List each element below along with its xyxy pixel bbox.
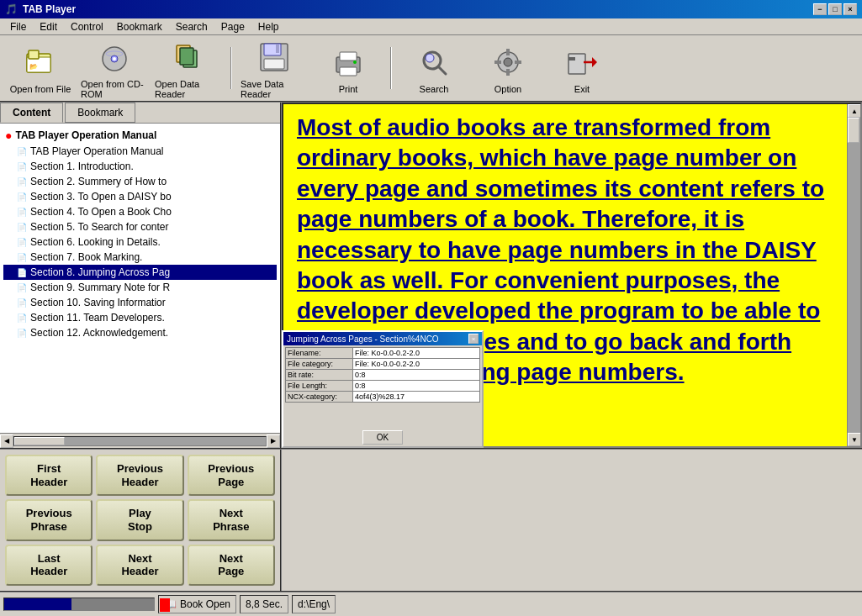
toolbar-open-file[interactable]: 📂 Open from File <box>7 42 74 94</box>
tree-item-3[interactable]: 📄 Section 3. To Open a DAISY bo <box>3 189 277 204</box>
toolbar-exit-label: Exit <box>574 84 590 94</box>
tree-item-label-4: Section 4. To Open a Book Cho <box>30 206 172 218</box>
svg-rect-24 <box>506 49 510 55</box>
tree-item-0[interactable]: 📄 TAB Player Operation Manual <box>3 144 277 159</box>
previous-page-button[interactable]: Previous Page <box>188 455 275 496</box>
table-cell-value-1: File: Ko-0.0-0.2-2.0 <box>353 359 480 370</box>
tree-item-7[interactable]: 📄 Section 7. Book Marking. <box>3 250 277 265</box>
scroll-track[interactable] <box>848 118 860 433</box>
menu-bookmark[interactable]: Bookmark <box>110 19 169 34</box>
scroll-up[interactable]: ▲ <box>848 104 861 118</box>
tree-hscrollbar[interactable]: ◀ ▶ <box>0 433 280 448</box>
tree-item-11[interactable]: 📄 Section 11. Team Developers. <box>3 310 277 325</box>
tree-item-6[interactable]: 📄 Section 6. Looking in Details. <box>3 234 277 250</box>
maximize-button[interactable]: □ <box>828 3 842 15</box>
menu-page[interactable]: Page <box>214 19 251 34</box>
tree-item-2[interactable]: 📄 Section 2. Summery of How to <box>3 174 277 189</box>
mini-dialog-controls: × <box>468 334 479 344</box>
tab-bookmark[interactable]: Bookmark <box>65 103 135 123</box>
book-open-label: Book Open <box>180 598 230 610</box>
table-cell-label-1: File category: <box>286 359 353 370</box>
menu-control[interactable]: Control <box>64 19 110 34</box>
tree-item-4[interactable]: 📄 Section 4. To Open a Book Cho <box>3 204 277 219</box>
mini-ok-button[interactable]: OK <box>362 430 403 445</box>
toolbar-open-data-reader[interactable]: Open Data Reader <box>155 37 222 99</box>
toolbar-exit[interactable]: Exit <box>548 42 616 94</box>
tree-item-5[interactable]: 📄 Section 5. To Search for conter <box>3 219 277 234</box>
tree-item-label-3: Section 3. To Open a DAISY bo <box>30 191 172 203</box>
svg-rect-14 <box>264 59 284 69</box>
content-tree[interactable]: ● TAB Player Operation Manual 📄 TAB Play… <box>0 124 280 433</box>
time-display: 8,8 Sec. <box>246 598 283 610</box>
svg-rect-16 <box>340 52 357 61</box>
mini-close-button[interactable]: × <box>468 334 479 344</box>
table-cell-value-3: 0:8 <box>353 381 480 392</box>
table-cell-value-4: 4of4(3)%28.17 <box>353 392 480 403</box>
title-bar: 🎵 TAB Player − □ × <box>0 0 862 18</box>
menu-file[interactable]: File <box>3 19 33 34</box>
scroll-down[interactable]: ▼ <box>848 433 861 446</box>
tree-item-label-10: Section 10. Saving Informatior <box>30 297 166 308</box>
table-cell-value-2: 0:8 <box>353 370 480 381</box>
table-row: File category: File: Ko-0.0-0.2-2.0 <box>286 359 480 370</box>
progress-fill <box>4 598 71 610</box>
menu-search[interactable]: Search <box>169 19 214 34</box>
svg-rect-25 <box>506 69 510 76</box>
toolbar-search[interactable]: Search <box>400 42 468 94</box>
toolbar-save-data-reader[interactable]: Save Data Reader <box>241 37 308 99</box>
hscroll-track[interactable] <box>13 436 267 446</box>
hscroll-left[interactable]: ◀ <box>0 434 13 448</box>
mini-dialog-title: Jumping Across Pages - Section%4NCO × <box>283 332 482 345</box>
cdrom-icon <box>94 37 135 77</box>
tree-item-label-5: Section 5. To Search for conter <box>30 221 169 233</box>
hscroll-right[interactable]: ▶ <box>267 434 280 448</box>
menu-edit[interactable]: Edit <box>33 19 64 34</box>
toolbar-print[interactable]: Print <box>315 42 382 94</box>
next-phrase-button[interactable]: Next Phrase <box>188 499 275 540</box>
tree-root-label: TAB Player Operation Manual <box>15 129 156 141</box>
play-stop-button[interactable]: Play Stop <box>96 499 183 540</box>
toolbar-option[interactable]: Option <box>474 42 542 94</box>
right-panel: Most of audio books are transformed from… <box>282 103 862 448</box>
path-status: d:\Eng\ <box>292 595 336 613</box>
svg-marker-31 <box>592 57 597 67</box>
svg-point-6 <box>113 57 116 61</box>
toolbar-open-file-label: Open from File <box>10 84 71 94</box>
status-bar: 📖 Book Open 8,8 Sec. d:\Eng\ <box>0 591 862 616</box>
mini-dialog-table: Filename: File: Ko-0.0-0.2-2.0 File cate… <box>285 347 480 403</box>
table-row: Filename: File: Ko-0.0-0.2-2.0 <box>286 348 480 359</box>
title-bar-left: 🎵 TAB Player <box>5 3 76 15</box>
last-header-button[interactable]: Last Header <box>5 545 93 586</box>
menu-help[interactable]: Help <box>251 19 286 34</box>
svg-rect-29 <box>568 57 575 61</box>
first-header-button[interactable]: First Header <box>5 455 93 496</box>
mini-dialog-content: Filename: File: Ko-0.0-0.2-2.0 File cate… <box>283 345 482 429</box>
tree-item-8[interactable]: 📄 Section 8. Jumping Across Pag <box>3 265 277 280</box>
minimize-button[interactable]: − <box>813 3 827 15</box>
next-page-button[interactable]: Next Page <box>188 545 275 586</box>
tree-item-9[interactable]: 📄 Section 9. Summary Note for R <box>3 280 277 295</box>
svg-rect-26 <box>494 61 501 64</box>
previous-phrase-button[interactable]: Previous Phrase <box>5 499 93 540</box>
reading-vscrollbar[interactable]: ▲ ▼ <box>847 104 860 446</box>
svg-point-23 <box>504 58 512 66</box>
menu-bar: File Edit Control Bookmark Search Page H… <box>0 18 862 35</box>
path-display: d:\Eng\ <box>298 598 330 610</box>
svg-rect-10 <box>180 48 193 65</box>
app-icon: 🎵 <box>5 3 18 15</box>
close-button[interactable]: × <box>843 3 857 15</box>
tree-item-1[interactable]: 📄 Section 1. Introduction. <box>3 159 277 174</box>
toolbar-open-cdrom[interactable]: Open from CD-ROM <box>81 37 148 99</box>
svg-rect-28 <box>568 54 585 74</box>
progress-bar <box>3 598 155 611</box>
tree-icon-6: 📄 <box>17 238 27 247</box>
tree-item-10[interactable]: 📄 Section 10. Saving Informatior <box>3 295 277 310</box>
tree-icon-1: 📄 <box>17 162 27 171</box>
hscroll-thumb[interactable] <box>14 437 65 445</box>
search-icon <box>414 42 454 82</box>
tab-content[interactable]: Content <box>0 103 63 123</box>
tree-item-12[interactable]: 📄 Section 12. Acknowledgement. <box>3 325 277 340</box>
next-header-button[interactable]: Next Header <box>96 545 183 586</box>
previous-header-button[interactable]: Previous Header <box>96 455 183 496</box>
scroll-thumb[interactable] <box>848 118 859 143</box>
